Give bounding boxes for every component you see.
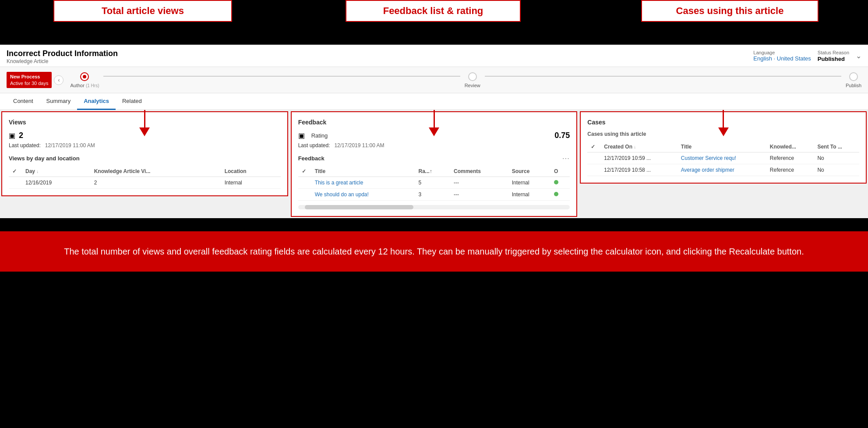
header-left: Incorrect Product Information Knowledge … — [7, 49, 118, 64]
feedback-row2-source: Internal — [508, 189, 550, 201]
cases-row1-sent: No — [814, 152, 859, 164]
feedback-row1-rating: 5 — [415, 177, 450, 189]
views-row-location: Internal — [221, 177, 281, 189]
step-label-review: Review — [465, 83, 480, 88]
views-col-location: Location — [221, 166, 281, 177]
cases-col-created-on: Created On ↓ — [600, 141, 677, 152]
arrow-line-views — [144, 110, 145, 127]
status-label: Status Reason — [818, 50, 849, 55]
views-icon: ▣ — [9, 131, 15, 140]
feedback-row1-comments: --- — [450, 177, 508, 189]
feedback-col-source: Source — [508, 166, 550, 177]
views-last-updated: Last updated: 12/17/2019 11:00 AM — [9, 142, 281, 149]
cases-panel-wrapper: Cases Cases using this article ✓ Created… — [579, 110, 868, 218]
views-row-count: 2 — [91, 177, 221, 189]
table-row: We should do an upda! 3 --- Internal — [298, 189, 570, 201]
views-row-day: 12/16/2019 — [22, 177, 91, 189]
feedback-col-rating: Ra...↑ — [415, 166, 450, 177]
tab-content[interactable]: Content — [7, 93, 40, 110]
arrow-down-views — [139, 127, 150, 136]
panels-with-arrows: Views ▣ 2 Last updated: 12/17/2019 11:00… — [0, 110, 868, 218]
views-panel-wrapper: Views ▣ 2 Last updated: 12/17/2019 11:00… — [0, 110, 289, 218]
table-row: 12/17/2019 10:59 ... Customer Service re… — [587, 152, 859, 164]
feedback-row1-source: Internal — [508, 177, 550, 189]
annotations-bar: Total article views Feedback list & rati… — [0, 0, 868, 45]
cases-row2-check — [587, 164, 600, 176]
feedback-scrollbar-thumb — [305, 205, 413, 209]
step-line-2 — [485, 76, 841, 77]
cases-col-sent-to: Sent To ... — [814, 141, 859, 152]
cases-row2-knowledge: Reference — [766, 164, 814, 176]
tab-analytics[interactable]: Analytics — [77, 93, 116, 110]
views-row-check — [9, 177, 22, 189]
feedback-more-options[interactable]: ··· — [563, 155, 570, 162]
views-updated-label: Last updated: — [9, 142, 41, 149]
table-row: This is a great article 5 --- Internal — [298, 177, 570, 189]
header-chevron-button[interactable]: ⌄ — [856, 52, 861, 60]
views-col-check: ✓ — [9, 166, 22, 177]
article-subtitle: Knowledge Article — [7, 58, 118, 64]
feedback-scrollbar[interactable] — [298, 205, 570, 209]
views-col-article: Knowledge Article Vi... — [91, 166, 221, 177]
feedback-updated-value: 12/17/2019 11:00 AM — [334, 142, 384, 149]
feedback-row1-title: This is a great article — [311, 177, 415, 189]
feedback-last-updated: Last updated: 12/17/2019 11:00 AM — [298, 142, 570, 149]
process-steps: Author (1 Hrs) Review Publish — [70, 72, 861, 88]
cases-row1-created: 12/17/2019 10:59 ... — [600, 152, 677, 164]
process-step-review: Review — [465, 72, 480, 88]
step-circle-review — [468, 72, 477, 81]
feedback-row2-other — [550, 189, 570, 201]
feedback-updated-label: Last updated: — [298, 142, 330, 149]
views-by-day-title: Views by day and location — [9, 155, 281, 162]
views-updated-value: 12/17/2019 11:00 AM — [45, 142, 95, 149]
process-step-author: Author (1 Hrs) — [70, 72, 99, 88]
header: Incorrect Product Information Knowledge … — [0, 45, 868, 67]
feedback-row2-check — [298, 189, 311, 201]
feedback-row2-title: We should do an upda! — [311, 189, 415, 201]
arrow-line-feedback — [434, 110, 435, 127]
feedback-panel-wrapper: Feedback ▣ Rating 0.75 Last updated: 12/… — [289, 110, 579, 218]
feedback-row2-rating: 3 — [415, 189, 450, 201]
arrow-down-cases — [718, 127, 729, 136]
cases-row1-knowledge: Reference — [766, 152, 814, 164]
cases-col-check: ✓ — [587, 141, 600, 152]
cases-col-knowledge: Knowled... — [766, 141, 814, 152]
annotation-cases: Cases using this article — [641, 0, 819, 22]
feedback-table: ✓ Title Ra...↑ Comments Source O This is… — [298, 166, 570, 201]
step-line-1 — [103, 76, 460, 77]
annotation-feedback: Feedback list & rating — [346, 0, 521, 22]
cases-row2-sent: No — [814, 164, 859, 176]
tab-summary[interactable]: Summary — [40, 93, 78, 110]
rating-value: 0.75 — [554, 131, 570, 140]
process-collapse-button[interactable]: ‹ — [54, 75, 64, 85]
cases-table: ✓ Created On ↓ Title Knowled... Sent To … — [587, 141, 859, 176]
bottom-gap — [0, 218, 868, 231]
step-circle-publish — [849, 72, 858, 81]
feedback-col-other: O — [550, 166, 570, 177]
language-section: Language English · United States — [753, 50, 811, 62]
rating-icon: ▣ — [298, 131, 305, 140]
arrow-line-cases — [723, 110, 724, 127]
language-label: Language — [753, 50, 811, 55]
table-row: 12/16/2019 2 Internal — [9, 177, 281, 189]
tab-related[interactable]: Related — [116, 93, 148, 110]
feedback-col-comments: Comments — [450, 166, 508, 177]
cases-row2-created: 12/17/2019 10:58 ... — [600, 164, 677, 176]
status-section: Status Reason Published — [818, 49, 849, 62]
cases-row1-title: Customer Service requ! — [677, 152, 766, 164]
annotation-total-views: Total article views — [53, 0, 232, 22]
cases-row2-title: Average order shipmer — [677, 164, 766, 176]
views-table: ✓ Day ↓ Knowledge Article Vi... Location… — [9, 166, 281, 189]
process-step-publish: Publish — [846, 72, 861, 88]
views-number: 2 — [19, 131, 23, 140]
new-process-badge: New Process Active for 30 days — [7, 72, 52, 88]
step-label-author: Author (1 Hrs) — [70, 83, 99, 88]
language-link[interactable]: English · United States — [753, 55, 811, 62]
arrow-down-feedback — [429, 127, 439, 136]
bottom-description: The total number of views and overall fe… — [35, 244, 833, 258]
article-title: Incorrect Product Information — [7, 49, 118, 58]
cases-col-title: Title — [677, 141, 766, 152]
step-circle-author — [80, 72, 89, 81]
feedback-section-label: Feedback — [298, 155, 325, 162]
status-value: Published — [818, 56, 849, 62]
